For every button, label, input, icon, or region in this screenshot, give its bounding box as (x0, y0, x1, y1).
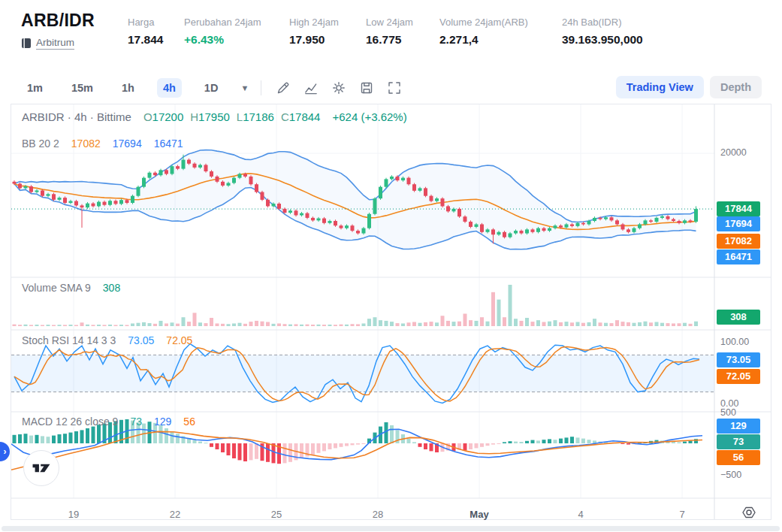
chart-toolbar: 1m 15m 1h 4h 1D ▼ Trading View Depth (0, 72, 782, 104)
book-icon (21, 38, 32, 49)
indicator-icon[interactable] (303, 80, 319, 96)
gear-icon[interactable] (331, 80, 347, 96)
interval-1m[interactable]: 1m (21, 78, 49, 98)
interval-1d[interactable]: 1D (198, 78, 225, 98)
chevron-down-icon[interactable]: ▼ (240, 83, 249, 92)
interval-15m[interactable]: 15m (65, 78, 99, 98)
horizontal-scrollbar[interactable] (2, 526, 780, 531)
stat-value: 2.271,4 (439, 33, 479, 47)
network-row: Arbitrum (21, 37, 74, 50)
toolbar-divider (261, 80, 261, 95)
stat-value: +6.43% (184, 33, 224, 47)
interval-4h[interactable]: 4h (157, 78, 182, 98)
stat-label: Volume 24jam(ARB) (439, 17, 528, 28)
stat-label: 24h Bab(IDR) (562, 17, 621, 28)
interval-1h[interactable]: 1h (116, 78, 140, 98)
stat-label: Harga (128, 17, 154, 28)
stat-value: 17.950 (289, 33, 325, 47)
chart-overlays: ARBIDR · 4h · Bittime O17200 H17950 L171… (11, 104, 771, 519)
tab-depth[interactable]: Depth (710, 76, 762, 98)
network-link[interactable]: Arbitrum (36, 37, 74, 50)
chart-area: ARBIDR · 4h · Bittime O17200 H17950 L171… (11, 104, 771, 520)
time-tick: 28 (363, 509, 393, 520)
time-axis[interactable]: 19222528May47 (11, 104, 771, 519)
pair-title: ARB/IDR (21, 11, 95, 31)
stat-label: Perubahan 24jam (184, 17, 261, 28)
time-tick: May (464, 509, 494, 520)
pair-header: ARB/IDR Arbitrum Harga 17.844 Perubahan … (0, 0, 782, 71)
time-tick: 4 (566, 509, 596, 520)
time-tick: 25 (261, 509, 291, 520)
stat-value: 39.163.950,000 (562, 33, 643, 47)
trading-page: ARB/IDR Arbitrum Harga 17.844 Perubahan … (0, 0, 782, 532)
axis-settings-icon[interactable] (741, 504, 757, 521)
tradingview-glyph (32, 461, 51, 476)
stat-value: 16.775 (366, 33, 401, 47)
fullscreen-icon[interactable] (386, 80, 403, 96)
panel-expand-tab[interactable]: › (0, 442, 10, 461)
time-tick: 19 (59, 509, 89, 520)
stat-label: High 24jam (289, 17, 339, 28)
tab-trading-view[interactable]: Trading View (616, 76, 704, 98)
time-tick: 7 (667, 509, 697, 520)
stat-value: 17.844 (128, 33, 163, 47)
tradingview-logo[interactable] (23, 450, 59, 486)
save-icon[interactable] (358, 80, 375, 96)
time-tick: 22 (160, 509, 190, 520)
stat-label: Low 24jam (366, 17, 413, 28)
draw-tool-icon[interactable] (275, 80, 291, 96)
